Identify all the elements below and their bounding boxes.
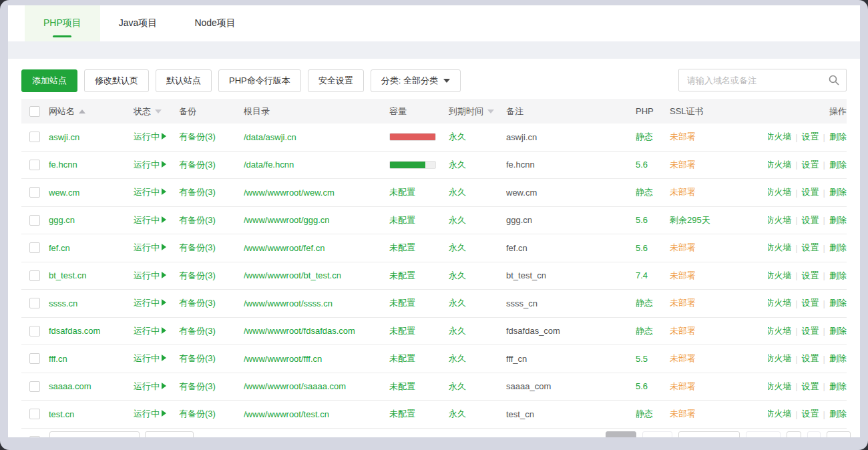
backup-link[interactable]: 有备份(3) — [179, 353, 216, 365]
row-checkbox[interactable] — [29, 215, 40, 226]
site-status-link[interactable]: 运行中 — [134, 353, 166, 365]
root-path-link[interactable]: /www/wwwroot/saaaa.com — [244, 381, 346, 391]
batch-apply-button[interactable] — [145, 431, 194, 438]
ssl-status-link[interactable]: 未部署 — [670, 297, 696, 309]
site-status-link[interactable]: 运行中 — [134, 131, 166, 143]
site-status-link[interactable]: 运行中 — [134, 325, 166, 337]
ssl-status-link[interactable]: 未部署 — [670, 159, 696, 171]
expire-link[interactable]: 永久 — [449, 214, 466, 226]
delete-link[interactable]: 删除 — [829, 270, 847, 282]
firewall-link[interactable]: 防火墙 — [768, 325, 791, 337]
site-status-link[interactable]: 运行中 — [134, 270, 166, 282]
category-filter-dropdown[interactable]: 分类: 全部分类 — [371, 69, 461, 92]
delete-link[interactable]: 删除 — [829, 353, 847, 365]
expire-link[interactable]: 永久 — [449, 381, 466, 393]
site-name-link[interactable]: bt_test.cn — [49, 270, 86, 280]
root-path-link[interactable]: /www/wwwroot/test.cn — [244, 409, 329, 419]
ssl-status-link[interactable]: 剩余295天 — [670, 214, 710, 226]
backup-link[interactable]: 有备份(3) — [179, 131, 216, 143]
footer-select-all-checkbox[interactable] — [29, 436, 40, 438]
expire-link[interactable]: 永久 — [449, 297, 466, 309]
root-path-link[interactable]: /www/wwwroot/ssss.cn — [244, 298, 333, 308]
backup-link[interactable]: 有备份(3) — [179, 408, 216, 420]
row-checkbox[interactable] — [29, 160, 40, 170]
capacity-link[interactable]: 未配置 — [389, 381, 415, 393]
root-path-link[interactable]: /www/wwwroot/fef.cn — [244, 243, 324, 253]
php-version-link[interactable]: 5.6 — [636, 215, 648, 225]
capacity-link[interactable]: 未配置 — [389, 353, 415, 365]
firewall-link[interactable]: 防火墙 — [768, 270, 791, 282]
root-path-link[interactable]: /www/wwwroot/fff.cn — [244, 354, 322, 364]
delete-link[interactable]: 删除 — [829, 159, 847, 171]
capacity-link[interactable]: 未配置 — [389, 270, 415, 282]
expire-link[interactable]: 永久 — [449, 353, 466, 365]
pagination-page-size-select[interactable] — [678, 431, 740, 438]
settings-link[interactable]: 设置 — [802, 242, 819, 254]
root-path-link[interactable]: /www/wwwroot/bt_test.cn — [244, 270, 341, 280]
capacity-link[interactable]: 未配置 — [389, 186, 415, 198]
firewall-link[interactable]: 防火墙 — [768, 381, 791, 393]
backup-link[interactable]: 有备份(3) — [179, 381, 216, 393]
root-path-link[interactable]: /www/wwwroot/wew.cm — [244, 188, 335, 198]
header-site-name[interactable]: 网站名 — [49, 105, 134, 118]
remark-text[interactable]: ssss_cn — [506, 298, 537, 308]
settings-link[interactable]: 设置 — [802, 325, 819, 337]
row-checkbox[interactable] — [29, 326, 40, 336]
firewall-link[interactable]: 防火墙 — [768, 297, 791, 309]
row-checkbox[interactable] — [29, 409, 40, 419]
pagination-jump-input[interactable] — [787, 431, 801, 438]
default-site-button[interactable]: 默认站点 — [156, 69, 212, 92]
capacity-link[interactable]: 未配置 — [389, 214, 415, 226]
capacity-link[interactable]: 未配置 — [389, 242, 415, 254]
site-status-link[interactable]: 运行中 — [134, 381, 166, 393]
site-status-link[interactable]: 运行中 — [134, 297, 166, 309]
settings-link[interactable]: 设置 — [802, 186, 819, 198]
settings-link[interactable]: 设置 — [802, 270, 819, 282]
php-version-link[interactable]: 5.6 — [636, 243, 648, 253]
site-name-link[interactable]: fe.hcnn — [49, 160, 77, 170]
remark-text[interactable]: wew.cm — [506, 188, 537, 198]
backup-link[interactable]: 有备份(3) — [179, 297, 216, 309]
php-version-link[interactable]: 静态 — [636, 186, 653, 198]
remark-text[interactable]: saaaa_com — [506, 381, 551, 391]
row-checkbox[interactable] — [29, 381, 40, 392]
php-cli-version-button[interactable]: PHP命令行版本 — [218, 69, 301, 92]
modify-default-page-button[interactable]: 修改默认页 — [84, 69, 149, 92]
root-path-link[interactable]: /www/wwwroot/fdsafdas.com — [244, 326, 355, 336]
row-checkbox[interactable] — [29, 242, 40, 253]
expire-link[interactable]: 永久 — [449, 270, 466, 282]
tab-node-project[interactable]: Node项目 — [176, 5, 254, 41]
root-path-link[interactable]: /data/fe.hcnn — [244, 160, 294, 170]
site-name-link[interactable]: fff.cn — [49, 354, 67, 364]
backup-link[interactable]: 有备份(3) — [179, 242, 216, 254]
header-expire[interactable]: 到期时间 — [449, 105, 506, 118]
ssl-status-link[interactable]: 未部署 — [670, 186, 696, 198]
remark-text[interactable]: fef.cn — [506, 243, 527, 253]
remark-text[interactable]: ggg.cn — [506, 215, 532, 225]
capacity-link[interactable]: 未配置 — [389, 408, 415, 420]
php-version-link[interactable]: 静态 — [636, 325, 653, 337]
sort-asc-icon[interactable] — [79, 109, 85, 114]
root-path-link[interactable]: /www/wwwroot/ggg.cn — [244, 215, 330, 225]
ssl-status-link[interactable]: 未部署 — [670, 242, 696, 254]
site-status-link[interactable]: 运行中 — [134, 159, 166, 171]
backup-link[interactable]: 有备份(3) — [179, 186, 216, 198]
ssl-status-link[interactable]: 未部署 — [670, 325, 696, 337]
site-status-link[interactable]: 运行中 — [134, 214, 166, 226]
ssl-status-link[interactable]: 未部署 — [670, 131, 696, 143]
delete-link[interactable]: 删除 — [829, 381, 847, 393]
capacity-link[interactable]: 未配置 — [389, 325, 415, 337]
php-version-link[interactable]: 静态 — [636, 297, 653, 309]
firewall-link[interactable]: 防火墙 — [768, 214, 791, 226]
remark-text[interactable]: fdsafdas_com — [506, 326, 560, 336]
expire-link[interactable]: 永久 — [449, 186, 466, 198]
settings-link[interactable]: 设置 — [802, 297, 819, 309]
expire-link[interactable]: 永久 — [449, 408, 466, 420]
row-checkbox[interactable] — [29, 187, 40, 198]
delete-link[interactable]: 删除 — [829, 242, 847, 254]
site-status-link[interactable]: 运行中 — [134, 242, 166, 254]
sort-desc-icon[interactable] — [487, 109, 494, 114]
pagination-go-button[interactable] — [827, 431, 851, 438]
select-all-checkbox[interactable] — [29, 106, 40, 117]
root-path-link[interactable]: /data/aswji.cn — [244, 132, 296, 142]
